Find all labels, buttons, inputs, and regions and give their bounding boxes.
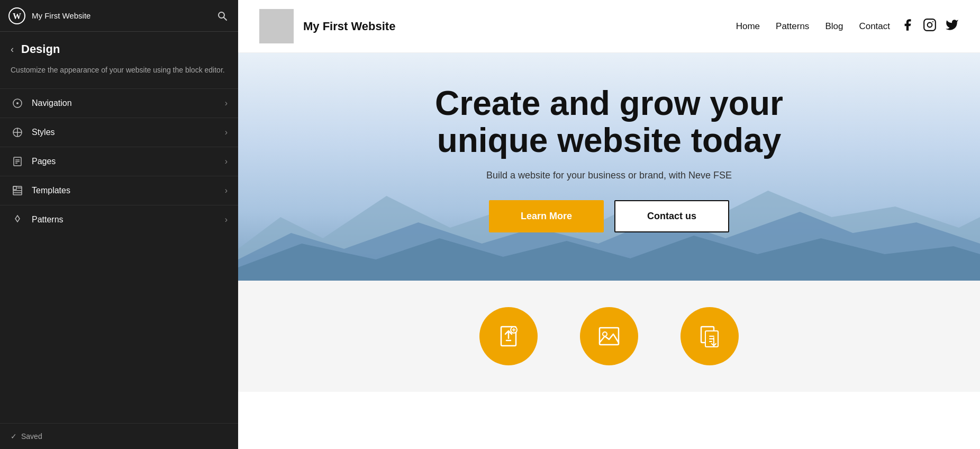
nav-blog[interactable]: Blog — [825, 21, 843, 32]
instagram-icon[interactable] — [923, 18, 937, 35]
svg-rect-25 — [600, 328, 619, 345]
design-title: Design — [21, 42, 60, 56]
svg-point-19 — [932, 21, 933, 22]
design-description: Customize the appearance of your website… — [0, 60, 238, 88]
svg-rect-17 — [924, 19, 936, 31]
learn-more-button[interactable]: Learn More — [489, 200, 604, 232]
site-navigation: Home Patterns Blog Contact — [736, 21, 890, 32]
contact-us-button[interactable]: Contact us — [614, 200, 729, 232]
styles-label: Styles — [32, 128, 225, 137]
sidebar-item-navigation[interactable]: Navigation › — [0, 88, 238, 118]
nav-home[interactable]: Home — [736, 21, 760, 32]
chevron-right-icon: › — [225, 128, 228, 137]
social-icons — [901, 18, 959, 35]
styles-icon — [11, 125, 24, 139]
sidebar-content: ‹ Design Customize the appearance of you… — [0, 32, 238, 423]
search-icon[interactable] — [215, 8, 230, 23]
svg-point-5 — [16, 102, 19, 104]
menu-items: Navigation › Styles › — [0, 88, 238, 234]
twitter-icon[interactable] — [945, 18, 959, 35]
svg-point-18 — [928, 22, 932, 27]
site-logo — [259, 9, 294, 43]
saved-label: Saved — [21, 432, 42, 441]
patterns-icon — [11, 213, 24, 227]
facebook-icon[interactable] — [901, 18, 914, 35]
sidebar-item-patterns[interactable]: Patterns › — [0, 205, 238, 234]
sidebar: W My First Website ‹ Design Customize th… — [0, 0, 238, 449]
feature-item-1 — [479, 307, 538, 365]
feature-icon-1 — [495, 322, 522, 350]
sidebar-item-pages[interactable]: Pages › — [0, 147, 238, 176]
templates-icon — [11, 184, 24, 197]
back-button[interactable]: ‹ — [11, 44, 14, 55]
feature-icon-2 — [595, 322, 623, 350]
feature-icon-circle-2 — [580, 307, 638, 365]
svg-marker-16 — [15, 215, 20, 222]
chevron-right-icon: › — [225, 186, 228, 195]
feature-icon-3 — [696, 322, 723, 350]
navigation-icon — [11, 96, 24, 110]
feature-icon-circle-1 — [479, 307, 538, 365]
templates-label: Templates — [32, 186, 225, 195]
pages-icon — [11, 155, 24, 168]
site-name: My First Website — [303, 20, 736, 33]
wordpress-logo: W — [8, 7, 25, 24]
navigation-label: Navigation — [32, 98, 225, 108]
sidebar-footer: ✓ Saved — [0, 423, 238, 449]
svg-line-3 — [224, 17, 226, 20]
topbar-site-title: My First Website — [32, 11, 215, 20]
sidebar-item-styles[interactable]: Styles › — [0, 118, 238, 147]
site-header: My First Website Home Patterns Blog Cont… — [238, 0, 980, 53]
design-header: ‹ Design — [0, 32, 238, 60]
chevron-right-icon: › — [225, 98, 228, 108]
feature-icon-circle-3 — [680, 307, 739, 365]
feature-item-2 — [580, 307, 638, 365]
hero-section: Create and grow your unique website toda… — [238, 53, 980, 281]
hero-subtitle: Build a website for your business or bra… — [486, 170, 732, 181]
main-content: My First Website Home Patterns Blog Cont… — [238, 0, 980, 449]
sidebar-topbar: W My First Website — [0, 0, 238, 32]
hero-title: Create and grow your unique website toda… — [397, 85, 821, 159]
svg-text:W: W — [13, 12, 21, 21]
nav-patterns[interactable]: Patterns — [776, 21, 809, 32]
hero-buttons: Learn More Contact us — [489, 200, 729, 232]
saved-check-icon: ✓ — [11, 432, 17, 441]
pages-label: Pages — [32, 157, 225, 166]
svg-rect-12 — [13, 186, 16, 190]
chevron-right-icon: › — [225, 215, 228, 224]
nav-contact[interactable]: Contact — [859, 21, 890, 32]
feature-item-3 — [680, 307, 739, 365]
chevron-right-icon: › — [225, 157, 228, 166]
patterns-label: Patterns — [32, 215, 225, 224]
sidebar-item-templates[interactable]: Templates › — [0, 176, 238, 205]
features-section — [238, 281, 980, 392]
